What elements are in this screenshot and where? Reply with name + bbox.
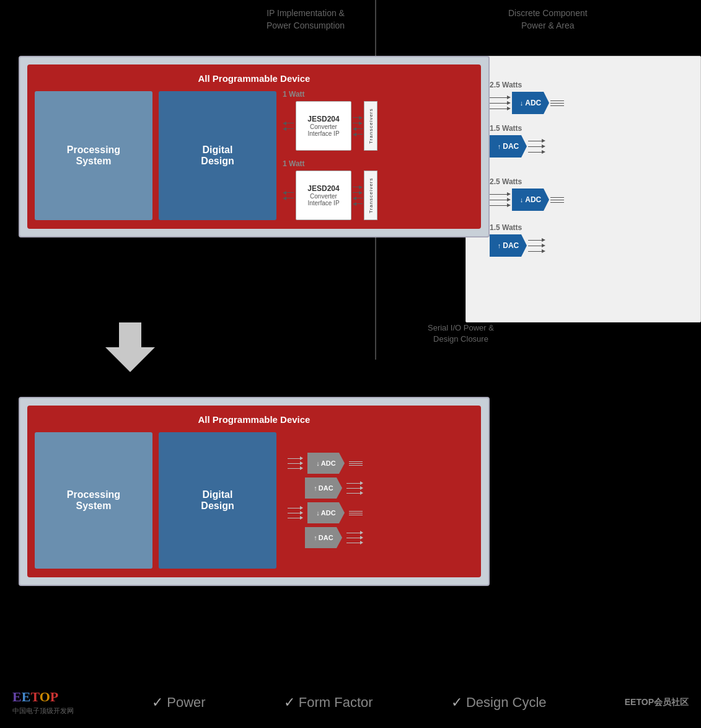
- footer: EETOP 中国电子顶级开发网 ✓ Power ✓ Form Factor ✓ …: [0, 689, 701, 716]
- footer-right-logo: EETOP会员社区: [625, 697, 689, 708]
- jesd-box-2: JESD204 Converter Interface IP: [296, 171, 351, 220]
- prog-inner-top: Processing System Digital Design 1 Watt: [35, 91, 474, 220]
- serial-io-label: Serial I/O Power &Design Closure: [428, 322, 494, 345]
- bottom-adc-chip-2: ↓ADC: [307, 502, 345, 523]
- eetop-logo: EETOP 中国电子顶级开发网: [12, 689, 74, 716]
- prog-inner-bottom: Processing System Digital Design: [35, 432, 474, 569]
- power-label: Power: [167, 695, 205, 711]
- top-chip-dac1-area: 1.5 Watts ↑DAC: [490, 124, 545, 158]
- programmable-device-bottom: All Programmable Device Processing Syste…: [27, 406, 481, 577]
- form-factor-label: Form Factor: [299, 695, 373, 711]
- bottom-dac1-row: ↑DAC: [288, 477, 363, 499]
- transceiver-1: Transceivers: [364, 101, 377, 151]
- dac-chip-2: ↑DAC: [490, 234, 527, 257]
- transceiver-2: Transceivers: [364, 171, 377, 220]
- prog-title-bottom: All Programmable Device: [35, 414, 474, 425]
- top-chip-adc1-area: 2.5 Watts ↓ADC: [490, 81, 564, 114]
- form-factor-check: ✓: [284, 695, 295, 711]
- footer-form-factor: ✓ Form Factor: [284, 695, 373, 711]
- bottom-chips-area: ↓ADC ↑DAC: [288, 432, 363, 569]
- processing-system-bottom: Processing System: [35, 432, 152, 569]
- jesd-row-2: 1 Watt J: [283, 171, 474, 220]
- adc-chip-1: ↓ADC: [512, 92, 549, 114]
- design-cycle-check: ✓: [451, 695, 462, 711]
- jesd-box-1: JESD204 Converter Interface IP: [296, 101, 351, 151]
- processing-system-top: Processing System: [35, 91, 152, 220]
- eetop-text: EETOP: [12, 689, 58, 705]
- bottom-diagram: All Programmable Device Processing Syste…: [19, 397, 490, 586]
- digital-design-bottom: Digital Design: [159, 432, 276, 569]
- discrete-component-label: Discrete Component Power & Area: [508, 7, 588, 32]
- bottom-adc-chip-1: ↓ADC: [307, 453, 345, 474]
- watt-label-2: 1 Watt: [283, 159, 305, 168]
- footer-design-cycle: ✓ Design Cycle: [451, 695, 547, 711]
- power-check: ✓: [152, 695, 163, 711]
- prog-title-top: All Programmable Device: [35, 73, 474, 84]
- jesd-row-1: 1 Watt: [283, 101, 474, 151]
- top-chip-adc2-area: 2.5 Watts ↓ADC: [490, 177, 564, 211]
- watt-adc2: 2.5 Watts: [490, 177, 564, 186]
- bottom-dac-chip-1: ↑DAC: [305, 477, 342, 499]
- watt-dac2: 1.5 Watts: [490, 223, 545, 232]
- design-cycle-label: Design Cycle: [466, 695, 547, 711]
- watt-adc1: 2.5 Watts: [490, 81, 564, 89]
- watt-dac1: 1.5 Watts: [490, 124, 545, 133]
- down-arrow: [105, 322, 155, 372]
- adc-chip-2: ↓ADC: [512, 189, 549, 211]
- top-chip-dac2-area: 1.5 Watts ↑DAC: [490, 223, 545, 257]
- eetop-subtitle: 中国电子顶级开发网: [12, 706, 74, 716]
- bottom-dac-chip-2: ↑DAC: [305, 527, 342, 548]
- watt-label-1: 1 Watt: [283, 90, 305, 99]
- dac-chip-1: ↑DAC: [490, 135, 527, 158]
- jesd-area: 1 Watt: [283, 91, 474, 220]
- footer-power: ✓ Power: [152, 695, 205, 711]
- digital-design-top: Digital Design: [159, 91, 276, 220]
- footer-eetop-right: EETOP会员社区: [625, 697, 689, 707]
- top-diagram: All Programmable Device Processing Syste…: [19, 56, 490, 237]
- bottom-adc1-row: ↓ADC: [288, 453, 363, 474]
- programmable-device-top: All Programmable Device Processing Syste…: [27, 64, 481, 229]
- bottom-dac2-row: ↑DAC: [288, 527, 363, 548]
- bottom-adc2-row: ↓ADC: [288, 502, 363, 523]
- ip-implementation-label: IP Implementation & Power Consumption: [267, 7, 345, 32]
